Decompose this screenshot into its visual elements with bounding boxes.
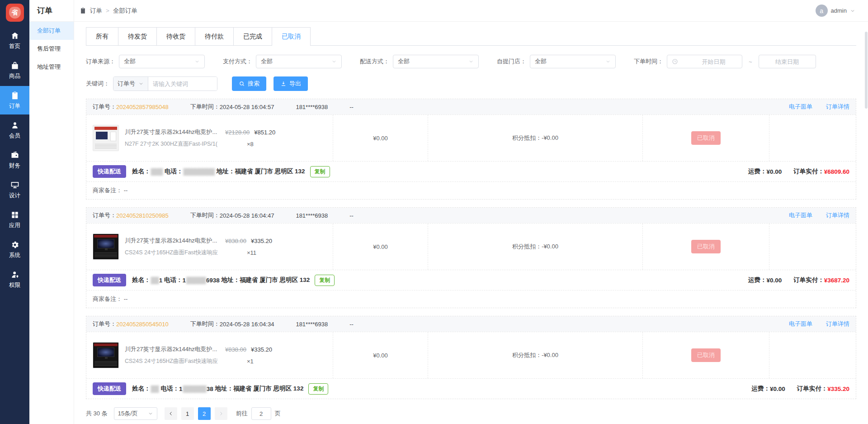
sidebar-item-permission[interactable]: 权限	[0, 265, 29, 294]
sidebar-item-design[interactable]: 设计	[0, 176, 29, 204]
end-date-input[interactable]	[759, 55, 816, 68]
receiver-name: 1	[159, 277, 163, 284]
product-spec: CS24S 24寸165HZ曲面Fast快速响应	[125, 357, 232, 365]
order-source-select[interactable]: 全部	[119, 55, 205, 68]
jump-page-input[interactable]	[251, 407, 271, 420]
submenu-item-all-orders[interactable]: 全部订单	[29, 22, 74, 40]
tab-to-pay[interactable]: 待付款	[195, 27, 234, 45]
prev-page-button[interactable]	[165, 407, 177, 420]
breadcrumb-separator: >	[106, 7, 109, 14]
scrollbar[interactable]	[865, 32, 868, 109]
keyword-label: 关键词：	[86, 80, 109, 88]
receiver-name-label: 姓名：	[132, 167, 151, 176]
product-cell: 川升27英寸显示器2k144hz电竞护... ¥2128.00 ¥851.20 …	[86, 115, 333, 161]
e-waybill-link[interactable]: 电子面单	[789, 211, 812, 219]
sidebar-item-home[interactable]: 首页	[0, 26, 29, 55]
finance-icon	[10, 151, 19, 160]
e-waybill-link[interactable]: 电子面单	[789, 103, 812, 111]
delivery-info: 姓名： ███ 电话： ████████ 地址： 福建省 厦门市 思明区 132	[132, 167, 305, 176]
keyword-input[interactable]	[148, 77, 217, 91]
copy-button[interactable]: 复制	[310, 166, 330, 177]
remark-value: --	[124, 187, 128, 194]
user-menu[interactable]: a admin	[816, 5, 855, 17]
main-area: 订单 > 全部订单 a admin 所有 待发货 待收货 待付款 已完成 已取消	[74, 0, 868, 424]
remark-label: 商家备注：	[93, 187, 122, 194]
order-totals: 运费： ¥0.00 订单实付： ¥3687.20	[748, 276, 849, 284]
receiver-phone-label: 电话：	[164, 276, 183, 284]
end-date-field[interactable]	[764, 58, 811, 65]
points-deduct-cell: 积分抵扣：-¥0.00	[428, 332, 642, 378]
order-card: 订单号： 2024052857985048 下单时间： 2024-05-28 1…	[86, 99, 856, 200]
start-date-input[interactable]	[667, 55, 742, 68]
sidebar-item-finance[interactable]: 财务	[0, 146, 29, 174]
order-no-label: 订单号：	[93, 103, 116, 111]
page-button-2[interactable]: 2	[198, 407, 211, 420]
receiver-name-redacted: ██	[151, 386, 159, 392]
download-icon	[280, 81, 287, 87]
sidebar-item-label: 首页	[9, 43, 20, 50]
user-name: admin	[831, 7, 847, 14]
tab-to-ship[interactable]: 待发货	[118, 27, 157, 45]
order-totals: 运费： ¥0.00 订单实付： ¥335.20	[751, 385, 849, 393]
tab-all[interactable]: 所有	[86, 27, 118, 45]
order-note: --	[349, 321, 354, 328]
order-body: 川升27英寸显示器2k144hz电竞护... ¥838.00 ¥335.20 C…	[86, 332, 856, 379]
filter-label: 配送方式：	[360, 57, 389, 66]
paid-label: 订单实付：	[797, 385, 828, 393]
tab-completed[interactable]: 已完成	[234, 27, 272, 45]
sidebar-item-system[interactable]: 系统	[0, 235, 29, 264]
delivery-method-select[interactable]: 全部	[393, 55, 479, 68]
start-date-field[interactable]	[690, 58, 737, 65]
delivery-info: 姓名： ██ 电话： 1 ██████ 38 地址： 福建省 厦门市 思明区 1…	[132, 385, 303, 393]
member-icon	[10, 121, 19, 130]
copy-button[interactable]: 复制	[315, 275, 335, 286]
icon-rail: 省 首页 商品 订单 会员 财务 设计 应用	[0, 0, 29, 424]
page-button-1[interactable]: 1	[181, 407, 194, 420]
order-detail-link[interactable]: 订单详情	[826, 103, 849, 111]
export-button[interactable]: 导出	[274, 76, 308, 91]
tab-cancelled[interactable]: 已取消	[272, 27, 311, 45]
topbar: 订单 > 全部订单 a admin	[74, 0, 868, 22]
receiver-name-redacted: ██	[151, 277, 159, 284]
pay-amount-cell: ¥0.00	[333, 332, 428, 378]
keyword-row: 关键词： 订单号 搜索 导出	[86, 76, 856, 91]
order-header: 订单号： 2024052857985048 下单时间： 2024-05-28 1…	[86, 99, 856, 114]
sidebar-item-label: 系统	[9, 252, 20, 259]
freight-value: ¥0.00	[766, 277, 782, 284]
freight-value: ¥0.00	[766, 168, 782, 175]
status-cell: 已取消	[642, 224, 769, 270]
next-page-button[interactable]	[215, 407, 227, 420]
sidebar-item-product[interactable]: 商品	[0, 56, 29, 85]
product-qty: ×1	[247, 358, 254, 365]
breadcrumb-item[interactable]: 订单	[90, 7, 102, 15]
permission-icon	[10, 270, 19, 279]
sidebar-item-apps[interactable]: 应用	[0, 205, 29, 234]
receiver-phone-label: 电话：	[160, 385, 179, 393]
merchant-remark-row: 商家备注： --	[86, 181, 856, 199]
filter-delivery-method: 配送方式： 全部	[360, 55, 479, 68]
sidebar-item-order[interactable]: 订单	[0, 86, 29, 114]
date-range-separator: ~	[749, 58, 752, 65]
status-badge: 已取消	[691, 348, 721, 362]
tab-to-receive[interactable]: 待收货	[157, 27, 195, 45]
submenu-item-address[interactable]: 地址管理	[29, 58, 74, 76]
receiver-phone-suffix: 38	[207, 386, 213, 392]
product-price: ¥335.20	[251, 346, 272, 353]
export-button-label: 导出	[289, 80, 301, 88]
receiver-address: 福建省 厦门市 思明区 132	[235, 167, 305, 176]
sidebar-item-member[interactable]: 会员	[0, 116, 29, 144]
submenu-item-aftersale[interactable]: 售后管理	[29, 40, 74, 58]
order-time-label: 下单时间：	[190, 320, 220, 328]
copy-button[interactable]: 复制	[308, 383, 328, 395]
pickup-store-select[interactable]: 全部	[530, 55, 616, 68]
search-button[interactable]: 搜索	[232, 76, 266, 91]
order-icon	[10, 91, 19, 100]
breadcrumb: 订单 > 全部订单	[80, 7, 137, 15]
order-detail-link[interactable]: 订单详情	[826, 211, 849, 219]
page-size-select[interactable]: 15条/页	[114, 407, 157, 420]
order-detail-link[interactable]: 订单详情	[826, 320, 849, 328]
keyword-type-select[interactable]: 订单号	[113, 77, 148, 91]
e-waybill-link[interactable]: 电子面单	[789, 320, 812, 328]
pay-method-select[interactable]: 全部	[256, 55, 342, 68]
filter-label: 下单时间：	[634, 57, 663, 66]
